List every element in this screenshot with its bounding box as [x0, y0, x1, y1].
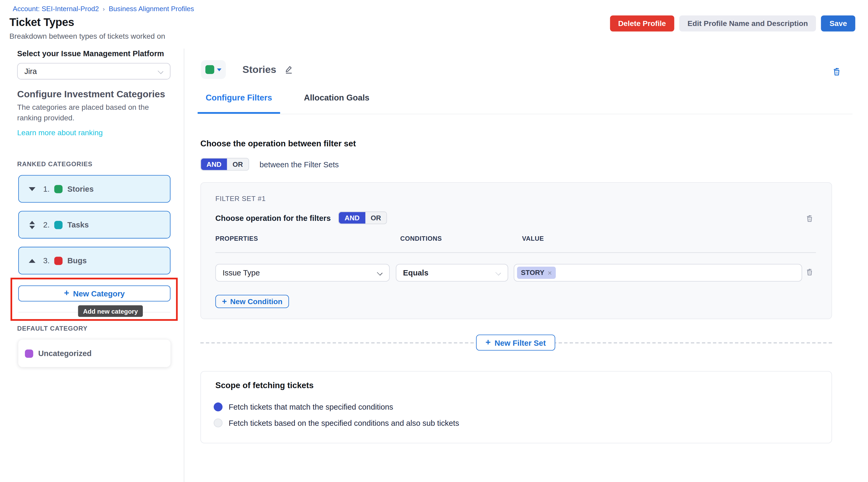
value-multiselect[interactable]: STORY × — [514, 264, 802, 281]
new-category-button[interactable]: + New Category — [18, 285, 170, 301]
new-condition-button[interactable]: + New Condition — [215, 295, 289, 308]
column-header-conditions: CONDITIONS — [400, 235, 442, 242]
category-rank: 1. — [43, 184, 50, 193]
learn-more-link[interactable]: Learn more about ranking — [17, 128, 103, 137]
new-filter-set-button[interactable]: + New Filter Set — [476, 335, 555, 351]
save-button[interactable]: Save — [821, 16, 855, 31]
default-category-card[interactable]: Uncategorized — [18, 340, 170, 367]
edit-profile-button[interactable]: Edit Profile Name and Description — [679, 16, 816, 31]
radio-checked-icon[interactable] — [214, 402, 222, 411]
filter-set-operation-row: AND OR between the Filter Sets — [200, 158, 339, 171]
scope-option-match[interactable]: Fetch tickets that match the specified c… — [214, 402, 393, 411]
category-rank: 3. — [43, 256, 50, 265]
breadcrumb-separator-icon: › — [103, 6, 105, 12]
filter-set-card: FILTER SET #1 Choose operation for the f… — [200, 182, 832, 319]
configure-categories-heading: Configure Investment Categories — [17, 89, 165, 100]
app-root: Account: SEI-Internal-Prod2 › Business A… — [0, 0, 868, 482]
value-chip: STORY × — [517, 267, 556, 279]
tab-configure-filters[interactable]: Configure Filters — [198, 93, 280, 114]
category-color-swatch — [54, 185, 62, 193]
scope-option-sub-tickets[interactable]: Fetch tickets based on the specified con… — [214, 419, 459, 427]
plus-icon: + — [222, 296, 227, 306]
property-select-value: Issue Type — [223, 268, 260, 277]
page-title: Ticket Types — [9, 16, 74, 29]
move-down-icon[interactable] — [28, 187, 36, 191]
category-color-swatch — [25, 349, 33, 357]
tab-allocation-goals[interactable]: Allocation Goals — [304, 93, 369, 114]
platform-select-label: Select your Issue Management Platform — [17, 49, 164, 58]
color-swatch-icon — [205, 65, 214, 74]
filters-operation-label: Choose operation for the filters — [215, 213, 331, 222]
or-toggle-option[interactable]: OR — [227, 158, 249, 170]
radio-unchecked-icon[interactable] — [214, 419, 222, 427]
delete-category-trash-icon[interactable] — [832, 67, 841, 76]
column-header-properties: PROPERTIES — [215, 235, 258, 242]
move-up-icon[interactable] — [28, 259, 36, 263]
caret-down-icon — [217, 68, 221, 71]
columns-divider — [215, 252, 816, 253]
category-name: Tasks — [67, 220, 89, 229]
main-panel: Stories Configure Filters Allocation Go — [184, 49, 868, 482]
breadcrumb-page-link[interactable]: Business Alignment Profiles — [108, 5, 194, 13]
delete-filter-set-trash-icon[interactable] — [805, 214, 814, 222]
category-color-dropdown[interactable] — [201, 60, 226, 79]
and-toggle-option[interactable]: AND — [339, 212, 365, 224]
category-title: Stories — [242, 64, 276, 76]
and-toggle-option[interactable]: AND — [201, 158, 227, 170]
new-filter-set-row: + New Filter Set — [200, 335, 832, 351]
category-title-row: Stories — [242, 60, 294, 79]
configure-categories-description: The categories are placed based on the r… — [17, 102, 157, 123]
breadcrumb-account-link[interactable]: Account: SEI-Internal-Prod2 — [13, 5, 99, 13]
or-toggle-option[interactable]: OR — [365, 212, 386, 224]
page-subtitle: Breakdown between types of tickets worke… — [9, 32, 165, 40]
platform-select-value: Jira — [24, 67, 37, 76]
add-category-tooltip: Add new category — [78, 305, 143, 317]
category-name: Stories — [67, 184, 94, 193]
category-name: Uncategorized — [38, 349, 92, 358]
category-card-bugs[interactable]: 3. Bugs — [18, 247, 170, 274]
plus-icon: + — [486, 337, 491, 347]
chip-remove-icon[interactable]: × — [548, 269, 552, 277]
ranked-categories-label: RANKED CATEGORIES — [17, 161, 92, 167]
category-color-swatch — [54, 220, 62, 229]
chevron-down-icon — [377, 270, 382, 275]
and-or-toggle: AND OR — [200, 158, 249, 171]
category-rank: 2. — [43, 220, 50, 229]
plus-icon: + — [64, 288, 69, 298]
edit-pencil-icon[interactable] — [284, 65, 294, 74]
chevron-down-icon — [158, 68, 163, 74]
and-or-toggle: AND OR — [339, 212, 388, 224]
platform-select[interactable]: Jira — [17, 63, 170, 79]
category-card-stories[interactable]: 1. Stories — [18, 175, 170, 203]
tabs: Configure Filters Allocation Goals — [198, 93, 369, 114]
category-color-swatch — [54, 257, 62, 265]
sidebar: Select your Issue Management Platform Ji… — [0, 49, 184, 482]
filter-set-title: FILTER SET #1 — [215, 195, 266, 203]
operation-caption: between the Filter Sets — [260, 160, 339, 169]
column-header-value: VALUE — [522, 235, 544, 242]
filters-operation-row: Choose operation for the filters AND OR — [215, 212, 387, 224]
category-name: Bugs — [67, 256, 87, 265]
page-header: Account: SEI-Internal-Prod2 › Business A… — [0, 0, 868, 49]
tabs-divider — [198, 114, 852, 114]
breadcrumb: Account: SEI-Internal-Prod2 › Business A… — [13, 5, 194, 13]
delete-profile-button[interactable]: Delete Profile — [610, 16, 674, 31]
condition-select-value: Equals — [403, 268, 428, 277]
category-card-tasks[interactable]: 2. Tasks — [18, 211, 170, 239]
property-select[interactable]: Issue Type — [215, 264, 390, 281]
scope-heading: Scope of fetching tickets — [215, 381, 314, 390]
scope-card: Scope of fetching tickets Fetch tickets … — [200, 371, 832, 443]
move-up-down-icon[interactable] — [28, 220, 36, 229]
default-category-label: DEFAULT CATEGORY — [17, 325, 88, 332]
header-actions: Delete Profile Edit Profile Name and Des… — [610, 16, 855, 31]
delete-condition-trash-icon[interactable] — [805, 268, 814, 276]
condition-select[interactable]: Equals — [396, 264, 508, 281]
chevron-down-icon — [495, 270, 501, 275]
operation-heading: Choose the operation between filter set — [200, 139, 356, 148]
